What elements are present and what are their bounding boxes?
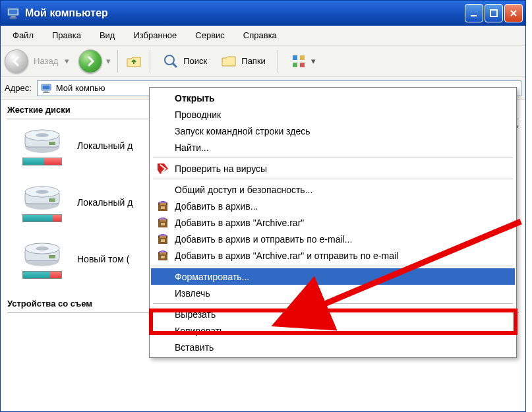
svg-rect-19 (49, 142, 55, 145)
winrar-icon (156, 216, 169, 229)
address-my-computer-icon (40, 82, 52, 94)
winrar-icon (156, 200, 169, 213)
drive-label: Новый том ( (77, 254, 129, 264)
toolbar-sep-2 (150, 50, 150, 73)
svg-rect-5 (490, 10, 497, 16)
search-label: Поиск (183, 56, 207, 66)
folders-button[interactable]: Папки (215, 51, 271, 71)
svg-rect-40 (160, 236, 166, 238)
window-title: Мой компьютер (25, 7, 465, 19)
my-computer-icon (6, 6, 20, 20)
views-icon (290, 53, 307, 70)
context-menu-item[interactable]: Проверить на вирусы (151, 160, 515, 177)
winrar-icon (156, 249, 169, 262)
drive-usage-bar (22, 158, 62, 165)
svg-rect-3 (10, 17, 17, 18)
svg-rect-2 (11, 16, 15, 18)
svg-point-23 (36, 190, 49, 194)
svg-rect-7 (293, 55, 297, 60)
views-button[interactable]: ▾ (285, 51, 321, 71)
drive-usage-bar (22, 271, 62, 279)
svg-rect-4 (471, 15, 477, 16)
context-menu-label: Найти... (175, 142, 209, 153)
svg-rect-29 (49, 255, 55, 258)
svg-rect-44 (160, 252, 166, 254)
forward-button[interactable] (78, 49, 102, 73)
drive-icon (20, 126, 64, 165)
back-dropdown-icon[interactable]: ▾ (65, 56, 69, 66)
svg-rect-41 (161, 239, 165, 242)
toolbar-sep-3 (278, 50, 278, 73)
context-menu-label: Проверить на вирусы (175, 163, 267, 174)
svg-rect-9 (293, 63, 297, 67)
context-menu-label: Вырезать (175, 309, 216, 320)
context-menu-item[interactable]: Добавить в архив "Archive.rar" и отправи… (151, 247, 515, 264)
back-button[interactable] (5, 49, 28, 73)
context-menu-separator (153, 179, 513, 179)
context-menu-item[interactable]: Копировать (151, 322, 515, 339)
context-menu-label: Общий доступ и безопасность... (175, 185, 312, 195)
context-menu-item[interactable]: Запуск командной строки здесь (151, 123, 515, 139)
svg-rect-33 (161, 206, 165, 209)
folders-icon (220, 53, 237, 70)
context-menu-label: Форматировать... (175, 272, 249, 282)
context-menu-item[interactable]: Проводник (151, 106, 515, 123)
folders-label: Папки (241, 56, 266, 66)
svg-rect-37 (161, 223, 165, 225)
context-menu-item[interactable]: Вставить (151, 339, 515, 355)
back-label: Назад (34, 56, 58, 66)
drive-usage-bar (22, 214, 62, 222)
context-menu-label: Запуск командной строки здесь (175, 126, 310, 136)
svg-point-18 (36, 133, 49, 137)
titlebar[interactable]: Мой компьютер (1, 1, 525, 26)
svg-rect-1 (9, 10, 18, 15)
menu-favorites[interactable]: Избранное (125, 28, 185, 42)
menu-file[interactable]: Файл (5, 28, 42, 42)
svg-rect-8 (300, 55, 305, 60)
views-dropdown-icon: ▾ (311, 56, 316, 66)
context-menu-separator (153, 303, 513, 304)
context-menu-item[interactable]: Найти... (151, 139, 515, 156)
drive-label: Локальный д (77, 140, 133, 151)
svg-rect-13 (44, 91, 48, 92)
svg-rect-45 (161, 256, 165, 258)
window-controls (465, 4, 523, 22)
context-menu-label: Добавить в архив... (175, 201, 258, 212)
context-menu-item[interactable]: Добавить в архив и отправить по e-mail..… (151, 231, 515, 247)
context-menu-separator (153, 266, 513, 266)
context-menu-item[interactable]: Открыть (151, 90, 515, 106)
context-menu-item[interactable]: Извлечь (151, 285, 515, 301)
context-menu-item[interactable]: Вырезать (151, 306, 515, 322)
winrar-icon (156, 233, 169, 246)
svg-point-28 (36, 247, 49, 250)
context-menu-item[interactable]: Добавить в архив "Archive.rar" (151, 214, 515, 231)
forward-dropdown-icon[interactable]: ▾ (106, 56, 111, 66)
kaspersky-icon (156, 162, 169, 175)
menu-edit[interactable]: Правка (44, 28, 89, 42)
up-folder-button[interactable] (125, 52, 143, 71)
context-menu-item[interactable]: Общий доступ и безопасность... (151, 181, 515, 198)
context-menu-item[interactable]: Форматировать... (151, 268, 515, 285)
context-menu-item[interactable]: Добавить в архив... (151, 198, 515, 214)
maximize-button[interactable] (485, 4, 503, 22)
menu-help[interactable]: Справка (235, 28, 285, 42)
search-button[interactable]: Поиск (157, 51, 212, 71)
toolbar: Назад ▾ ▾ Поиск Папки (1, 45, 525, 77)
context-menu-label: Добавить в архив и отправить по e-mail..… (175, 234, 352, 245)
menu-tools[interactable]: Сервис (187, 28, 233, 42)
svg-rect-12 (42, 85, 49, 89)
drive-icon (20, 183, 64, 222)
menu-view[interactable]: Вид (92, 28, 123, 42)
svg-point-6 (165, 55, 174, 65)
context-menu-label: Проводник (175, 109, 221, 120)
svg-rect-32 (160, 203, 166, 205)
minimize-button[interactable] (465, 4, 483, 22)
svg-rect-10 (300, 63, 305, 67)
drive-label: Локальный д (77, 197, 133, 208)
svg-rect-24 (49, 198, 55, 202)
context-menu-separator (153, 158, 513, 158)
context-menu-label: Копировать (175, 326, 224, 336)
close-button[interactable] (504, 4, 523, 22)
toolbar-sep (117, 50, 118, 73)
context-menu-label: Вставить (175, 342, 214, 353)
